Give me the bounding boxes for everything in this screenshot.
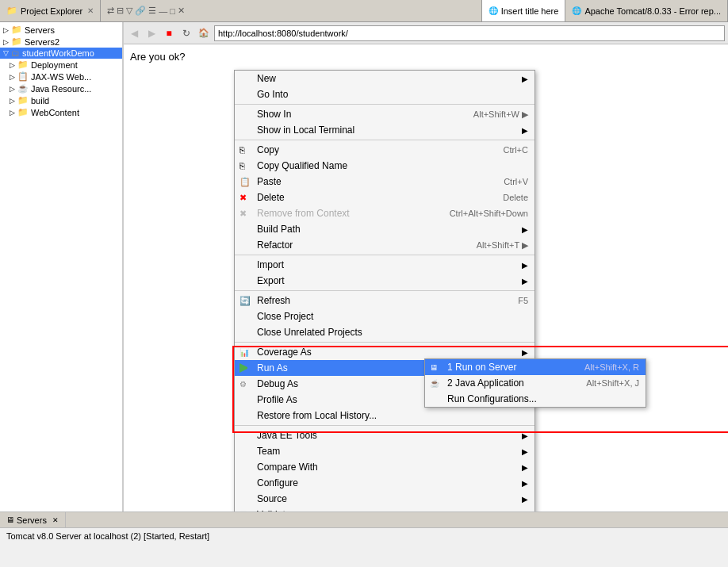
menu-coverage-as[interactable]: 📊 Coverage As ▶ — [235, 344, 535, 360]
copy-shortcut: Ctrl+C — [488, 145, 528, 155]
delete-shortcut: Delete — [487, 193, 528, 202]
delete-label: Delete — [257, 192, 285, 203]
server2-folder-icon: 📁 — [11, 36, 22, 47]
expand-icon6: ▷ — [10, 97, 15, 105]
restore-history-label: Restore from Local History... — [257, 410, 377, 421]
tab-close-icon[interactable]: ✕ — [87, 6, 94, 15]
bottom-tab-bar: 🖥 Servers ✕ — [0, 512, 728, 528]
paste-label: Paste — [257, 176, 282, 187]
browser-tab-insert-label: Insert title here — [501, 6, 559, 16]
expand-icon3: ▷ — [10, 61, 15, 69]
menu-show-local-terminal[interactable]: Show in Local Terminal ▶ — [235, 122, 535, 138]
menu-go-into[interactable]: Go Into — [235, 86, 535, 102]
toolbar-filter-icon[interactable]: ▽ — [126, 6, 132, 16]
configure-label: Configure — [257, 477, 298, 488]
menu-compare-with[interactable]: Compare With ▶ — [235, 459, 535, 475]
browser-tab-insert-title[interactable]: 🌐 Insert title here — [482, 0, 566, 21]
team-label: Team — [257, 446, 280, 457]
source-label: Source — [257, 493, 287, 504]
javaresource-label: Java Resourc... — [31, 84, 91, 94]
submenu-run-on-server[interactable]: 🖥 1 Run on Server Alt+Shift+X, R — [425, 359, 646, 375]
url-input[interactable] — [214, 25, 725, 41]
menu-team[interactable]: Team ▶ — [235, 443, 535, 459]
validate-checkbox: ☑ — [239, 510, 247, 512]
build-path-label: Build Path — [257, 224, 301, 235]
refresh-icon: 🔄 — [239, 296, 251, 306]
browser-toolbar: ◀ ▶ ■ ↻ 🏠 — [124, 22, 728, 44]
menu-remove-context[interactable]: ✖ Remove from Context Ctrl+Alt+Shift+Dow… — [235, 205, 535, 221]
forward-button[interactable]: ▶ — [144, 26, 159, 40]
page-content-text: Are you ok? — [130, 51, 185, 63]
copy-icon-placeholder: ⎘ — [239, 145, 245, 155]
toolbar-min-icon[interactable]: — — [159, 6, 167, 16]
toolbar-menu-icon[interactable]: ☰ — [148, 6, 156, 16]
browser-tab-tomcat-label: Apache Tomcat/8.0.33 - Error rep... — [584, 6, 721, 16]
team-arrow: ▶ — [522, 447, 528, 456]
toolbar-close-icon[interactable]: ✕ — [178, 6, 185, 16]
browser-tab-tomcat[interactable]: 🌐 Apache Tomcat/8.0.33 - Error rep... — [565, 0, 728, 21]
delete-icon: ✖ — [239, 193, 247, 203]
menu-delete[interactable]: ✖ Delete Delete — [235, 190, 535, 205]
menu-copy-qualified[interactable]: ⎘ Copy Qualified Name — [235, 158, 535, 174]
home-button[interactable]: 🏠 — [197, 26, 211, 40]
tree-item-webcontent[interactable]: ▷ 📁 WebContent — [0, 106, 122, 118]
menu-java-ee-tools[interactable]: Java EE Tools ▶ — [235, 427, 535, 443]
tree-item-jaxws[interactable]: ▷ 📋 JAX-WS Web... — [0, 71, 122, 82]
refresh-browser-button[interactable]: ↻ — [179, 26, 193, 40]
menu-refactor[interactable]: Refactor Alt+Shift+T ▶ — [235, 237, 535, 253]
stop-button[interactable]: ■ — [162, 26, 176, 40]
java-application-label: 2 Java Application — [447, 377, 524, 389]
menu-close-project[interactable]: Close Project — [235, 308, 535, 324]
jaxws-label: JAX-WS Web... — [31, 72, 91, 82]
build-folder-icon: 📁 — [17, 95, 29, 105]
menu-build-path[interactable]: Build Path ▶ — [235, 221, 535, 237]
separator-2 — [235, 140, 535, 140]
toolbar-collapse-icon[interactable]: ⊟ — [117, 6, 124, 16]
menu-refresh[interactable]: 🔄 Refresh F5 — [235, 293, 535, 308]
tree-item-deployment[interactable]: ▷ 📁 Deployment — [0, 59, 122, 71]
menu-export[interactable]: Export ▶ — [235, 273, 535, 289]
submenu-run-configurations[interactable]: Run Configurations... — [425, 391, 646, 407]
menu-paste[interactable]: 📋 Paste Ctrl+V — [235, 174, 535, 190]
menu-close-unrelated[interactable]: Close Unrelated Projects — [235, 324, 535, 340]
menu-validate[interactable]: ☑ Validate — [235, 507, 535, 511]
build-label: build — [31, 96, 49, 105]
menu-import[interactable]: Import ▶ — [235, 257, 535, 273]
project-explorer-tab[interactable]: 📁 Project Explorer ✕ — [0, 0, 101, 21]
run-on-server-label: 1 Run on Server — [447, 362, 516, 373]
tree-item-build[interactable]: ▷ 📁 build — [0, 94, 122, 106]
overlay-container: New ▶ Go Into Show In Alt+Shift+W ▶ Show… — [123, 22, 728, 511]
tomcat-tab-icon: 🌐 — [572, 6, 581, 15]
menu-copy[interactable]: ⎘ Copy Ctrl+C — [235, 142, 535, 158]
copy-qualified-label: Copy Qualified Name — [257, 160, 347, 171]
toolbar-sync-icon[interactable]: ⇄ — [107, 6, 114, 16]
back-button[interactable]: ◀ — [127, 26, 141, 40]
menu-configure[interactable]: Configure ▶ — [235, 475, 535, 491]
refresh-shortcut: F5 — [502, 296, 528, 305]
servers-bottom-tab[interactable]: 🖥 Servers ✕ — [0, 512, 66, 527]
menu-restore-history[interactable]: Restore from Local History... — [235, 408, 535, 423]
menu-source[interactable]: Source ▶ — [235, 491, 535, 507]
servers-tab-icon: 🖥 — [6, 515, 14, 524]
show-local-terminal-label: Show in Local Terminal — [257, 125, 354, 136]
servers-label: Servers — [25, 25, 55, 35]
tree-item-servers[interactable]: ▷ 📁 Servers — [0, 24, 122, 36]
tree-item-servers2[interactable]: ▷ 📁 Servers2 — [0, 36, 122, 48]
paste-icon: 📋 — [239, 177, 251, 187]
new-arrow-icon: ▶ — [522, 75, 528, 83]
menu-show-in[interactable]: Show In Alt+Shift+W ▶ — [235, 106, 535, 122]
show-in-label: Show In — [257, 109, 291, 120]
java-ee-tools-arrow: ▶ — [522, 431, 528, 440]
browser-tab-icon: 🌐 — [489, 6, 498, 15]
expand-icon2: ▷ — [3, 38, 9, 46]
tree-item-javaresource[interactable]: ▷ ☕ Java Resourc... — [0, 82, 122, 94]
run-as-submenu: 🖥 1 Run on Server Alt+Shift+X, R ☕ 2 Jav… — [424, 358, 646, 408]
toolbar-link-icon[interactable]: 🔗 — [135, 6, 146, 16]
tree-item-studentworkdemo[interactable]: ▽ 🗂 studentWorkDemo — [0, 48, 122, 59]
menu-new[interactable]: New ▶ — [235, 71, 535, 86]
show-local-terminal-arrow: ▶ — [522, 126, 528, 135]
coverage-icon: 📊 — [239, 348, 249, 357]
servers-tab-close[interactable]: ✕ — [52, 516, 59, 524]
toolbar-max-icon[interactable]: □ — [170, 6, 175, 16]
submenu-java-application[interactable]: ☕ 2 Java Application Alt+Shift+X, J — [425, 375, 646, 391]
